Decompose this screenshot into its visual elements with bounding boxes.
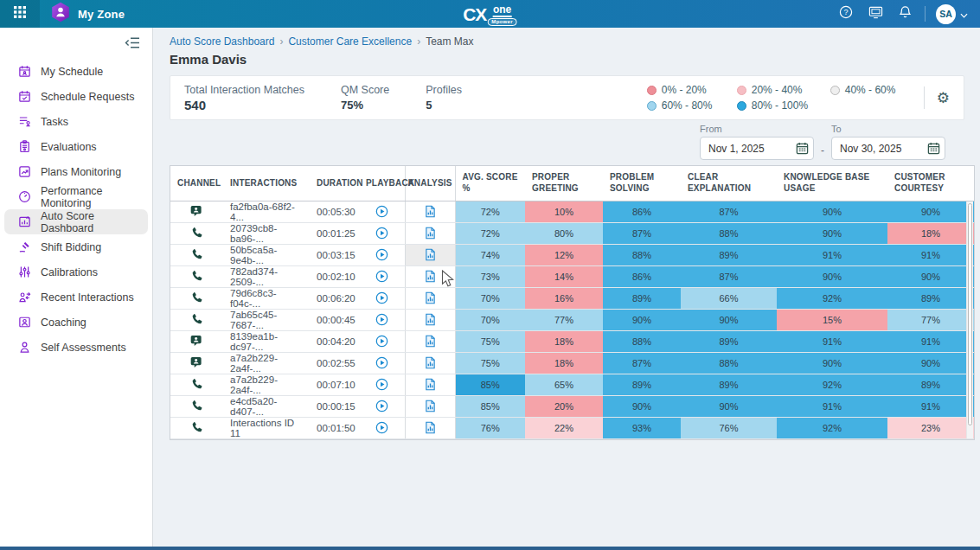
breadcrumb-customer-care-excellence[interactable]: Customer Care Excellence — [288, 35, 412, 48]
sidebar-item-coaching[interactable]: Coaching — [4, 310, 148, 335]
play-icon[interactable] — [375, 356, 388, 369]
interaction-id[interactable]: 7ab65c45-7687-... — [223, 309, 310, 330]
settings-gear-icon[interactable]: ⚙ — [937, 91, 950, 106]
column-header-avg-score-[interactable]: AVG. SCORE % — [455, 166, 525, 201]
sidebar-item-self-assessments[interactable]: Self Assessments — [4, 335, 148, 360]
playback-cell[interactable] — [359, 309, 405, 330]
play-icon[interactable] — [375, 313, 388, 326]
score-legend: 0% - 20%20% - 40%40% - 60%60% - 80%80% -… — [647, 82, 910, 113]
sidebar-collapse-button[interactable] — [125, 37, 140, 48]
analysis-icon[interactable] — [425, 335, 436, 348]
column-header-clear-explanation[interactable]: CLEAR EXPLANATION — [681, 166, 777, 201]
screen-share-button[interactable] — [862, 0, 888, 28]
analysis-icon[interactable] — [425, 421, 436, 434]
playback-cell[interactable] — [359, 201, 405, 222]
analysis-icon[interactable] — [425, 400, 436, 412]
play-icon[interactable] — [375, 227, 388, 240]
analysis-cell[interactable] — [405, 201, 455, 222]
chevron-down-icon — [960, 6, 968, 22]
sidebar-item-performance-monitoring[interactable]: Performance Monitoring — [4, 184, 148, 209]
playback-cell[interactable] — [359, 417, 405, 438]
playback-cell[interactable] — [359, 244, 405, 265]
column-header-analysis[interactable]: ANALYSIS — [405, 166, 455, 201]
cxone-logo-cx: CX — [463, 5, 486, 23]
playback-cell[interactable] — [359, 265, 405, 287]
column-header-channel[interactable]: CHANNEL — [170, 166, 223, 201]
interaction-id[interactable]: a7a2b229-2a4f-... — [223, 352, 310, 374]
help-button[interactable]: ? — [833, 0, 859, 28]
analysis-icon[interactable] — [425, 356, 436, 369]
score-cell: 91% — [777, 395, 887, 417]
analysis-cell[interactable] — [405, 222, 455, 244]
product-badge[interactable]: My Zone — [40, 0, 133, 28]
play-icon[interactable] — [375, 378, 388, 391]
column-header-problem-solving[interactable]: PROBLEM SOLVING — [603, 166, 681, 201]
stat-qm-score: QM Score 75% — [341, 83, 389, 112]
column-header-knowledge-base-usage[interactable]: KNOWLEDGE BASE USAGE — [777, 166, 887, 201]
sidebar-item-recent-interactions[interactable]: Recent Interactions — [4, 285, 148, 310]
analysis-cell[interactable] — [405, 352, 455, 374]
calendar-icon[interactable] — [796, 142, 809, 158]
analysis-icon[interactable] — [425, 291, 436, 304]
playback-cell[interactable] — [359, 330, 405, 352]
analysis-icon[interactable] — [425, 248, 436, 261]
sidebar-item-evaluations[interactable]: Evaluations — [4, 134, 148, 159]
analysis-cell[interactable] — [405, 417, 455, 438]
play-icon[interactable] — [375, 248, 388, 261]
playback-cell[interactable] — [359, 395, 405, 417]
interaction-id[interactable]: a7a2b229-2a4f-... — [223, 374, 310, 395]
analysis-icon[interactable] — [425, 270, 436, 283]
playback-cell[interactable] — [359, 352, 405, 374]
column-header-duration[interactable]: DURATION — [310, 166, 359, 201]
account-menu[interactable]: SA — [932, 4, 971, 24]
play-icon[interactable] — [375, 335, 388, 348]
interaction-id[interactable]: fa2fba0a-68f2-4... — [223, 201, 310, 222]
sidebar-item-my-schedule[interactable]: My Schedule — [4, 59, 148, 84]
notifications-button[interactable] — [892, 0, 918, 28]
sidebar-item-auto-score-dashboard[interactable]: Auto Score Dashboard — [4, 209, 148, 234]
column-header-interactions[interactable]: INTERACTIONS — [223, 166, 310, 201]
score-cell: 72% — [455, 222, 525, 244]
sidebar-item-plans-monitoring[interactable]: Plans Monitoring — [4, 159, 148, 184]
score-cell: 90% — [681, 395, 777, 417]
analysis-cell[interactable] — [405, 330, 455, 352]
sidebar-item-shift-bidding[interactable]: Shift Bidding — [4, 234, 148, 259]
interaction-id[interactable]: e4cd5a20-d407-... — [223, 395, 310, 417]
interaction-id[interactable]: 50b5ca5a-9e4b-... — [223, 244, 310, 265]
play-icon[interactable] — [375, 400, 388, 412]
sidebar-item-calibrations[interactable]: Calibrations — [4, 259, 148, 285]
interaction-id[interactable]: Interactions ID 11 — [223, 417, 310, 438]
analysis-cell[interactable] — [405, 265, 455, 287]
playback-cell[interactable] — [359, 374, 405, 395]
analysis-icon[interactable] — [425, 378, 436, 391]
column-header-proper-greeting[interactable]: PROPER GREETING — [525, 166, 603, 201]
interaction-id[interactable]: 8139ea1b-dc97-... — [223, 330, 310, 352]
score-cell: 86% — [603, 201, 681, 222]
playback-cell[interactable] — [359, 287, 405, 309]
calendar-icon[interactable] — [927, 142, 940, 158]
table-scrollbar-thumb[interactable] — [968, 203, 972, 425]
sidebar-item-tasks[interactable]: Tasks — [4, 109, 148, 134]
play-icon[interactable] — [375, 421, 388, 434]
playback-cell[interactable] — [359, 222, 405, 244]
analysis-cell[interactable] — [405, 309, 455, 330]
app-launcher-button[interactable] — [0, 0, 40, 28]
sidebar-item-schedule-requests[interactable]: Schedule Requests — [4, 84, 148, 109]
play-icon[interactable] — [375, 291, 388, 304]
analysis-cell[interactable] — [405, 395, 455, 417]
analysis-icon[interactable] — [425, 205, 436, 218]
column-header-playback[interactable]: PLAYBACK — [359, 166, 405, 201]
analysis-cell[interactable] — [405, 244, 455, 265]
analysis-cell[interactable] — [405, 287, 455, 309]
analysis-icon[interactable] — [425, 313, 436, 326]
column-header-customer-courtesy[interactable]: CUSTOMER COURTESY — [887, 166, 974, 201]
play-icon[interactable] — [375, 205, 388, 218]
analysis-icon[interactable] — [425, 227, 436, 240]
interaction-id[interactable]: 782ad374-2509-... — [223, 265, 310, 287]
breadcrumb-auto-score-dashboard[interactable]: Auto Score Dashboard — [170, 35, 274, 48]
play-icon[interactable] — [375, 270, 388, 283]
table-scrollbar[interactable] — [966, 201, 973, 438]
interaction-id[interactable]: 20739cb8-ba96-... — [223, 222, 310, 244]
analysis-cell[interactable] — [405, 374, 455, 395]
interaction-id[interactable]: 79d6c8c3-f04c-... — [223, 287, 310, 309]
